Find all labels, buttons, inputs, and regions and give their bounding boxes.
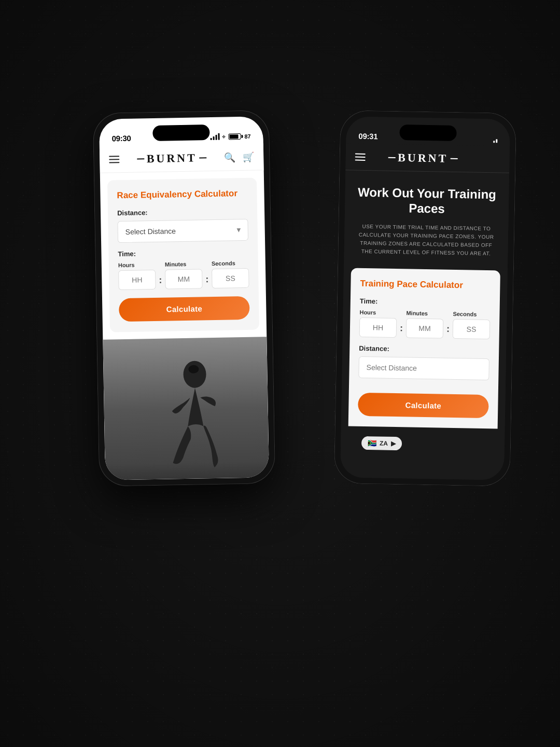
- phone-1-screen: 09:30 ⌖ 87: [99, 116, 269, 480]
- wifi-icon-1: ⌖: [222, 133, 226, 141]
- separator-2: :: [202, 265, 212, 285]
- search-icon-1[interactable]: 🔍: [224, 151, 235, 163]
- signal-bar-3: [215, 135, 217, 140]
- hero-section-2: Work Out Your Training Paces USE YOUR TI…: [344, 170, 509, 270]
- phone-2: 09:31 BURNT: [334, 110, 517, 487]
- minutes-col-2: Minutes: [406, 310, 444, 338]
- time-inputs-1: Hours : Minutes : Seconds: [118, 260, 249, 290]
- nav-icons-1: 🔍 🛒: [224, 151, 254, 163]
- signal-icon-2: [493, 136, 497, 143]
- logo-dash-right-1: [199, 157, 206, 158]
- hours-label-1: Hours: [118, 261, 156, 268]
- battery-text-1: 87: [244, 133, 250, 140]
- logo-2: BURNT: [388, 150, 457, 165]
- hours-label-2: Hours: [359, 309, 397, 315]
- distance-select-1[interactable]: Select Distance 5K 10K Half Marathon Mar…: [117, 219, 248, 243]
- distance-select-wrapper-1: Select Distance 5K 10K Half Marathon Mar…: [117, 219, 248, 243]
- minutes-col-1: Minutes: [165, 260, 203, 289]
- seconds-input-2[interactable]: [453, 319, 491, 339]
- minutes-input-2[interactable]: [406, 318, 444, 338]
- separator-4: :: [443, 314, 453, 335]
- cart-icon-1[interactable]: 🛒: [243, 151, 254, 162]
- seconds-input-1[interactable]: [212, 268, 249, 288]
- hamburger-menu-1[interactable]: [109, 156, 119, 163]
- status-time-1: 09:30: [111, 134, 131, 143]
- nav-bar-2: BURNT: [345, 143, 510, 173]
- minutes-label-1: Minutes: [165, 260, 202, 267]
- phone-1: 09:30 ⌖ 87: [93, 110, 276, 487]
- signal-bar-4: [218, 133, 219, 140]
- logo-dash-right-2: [450, 158, 457, 159]
- calculator-title-2: Training Pace Calculator: [360, 278, 491, 290]
- status-icons-1: ⌖ 87: [210, 132, 251, 141]
- phone-2-screen: 09:31 BURNT: [340, 116, 510, 480]
- country-code-2: ZA: [380, 440, 388, 447]
- separator-3: :: [397, 313, 407, 334]
- time-label-1: Time:: [118, 248, 248, 258]
- hours-col-1: Hours: [118, 261, 156, 290]
- calculator-card-2: Training Pace Calculator Time: Hours : M…: [348, 268, 500, 428]
- signal-bar-2: [213, 136, 214, 140]
- minutes-label-2: Minutes: [406, 310, 443, 316]
- time-inputs-2: Hours : Minutes : Seconds: [359, 309, 491, 339]
- country-arrow-2: ▶: [391, 440, 396, 447]
- country-badge-2: 🇿🇦 ZA ▶: [361, 436, 402, 450]
- hours-input-1[interactable]: [118, 270, 156, 290]
- hero-subtitle-2: USE YOUR TIME TRIAL TIME AND DISTANCE TO…: [354, 222, 498, 258]
- seconds-col-2: Seconds: [453, 311, 491, 339]
- calculate-button-1[interactable]: Calculate: [119, 296, 250, 322]
- signal-bar-1: [210, 138, 212, 140]
- dynamic-island-1: [152, 125, 210, 141]
- distance-input-2[interactable]: [358, 356, 489, 380]
- logo-dash-left-1: [137, 158, 145, 159]
- distance-label-2: Distance:: [359, 344, 489, 354]
- minutes-input-1[interactable]: [165, 269, 203, 289]
- hours-col-2: Hours: [359, 309, 397, 337]
- time-section-2: Hours : Minutes : Seconds: [359, 309, 491, 339]
- flag-icon-2: 🇿🇦: [368, 439, 376, 447]
- hours-input-2[interactable]: [359, 317, 397, 337]
- gradient-overlay-1: [105, 461, 269, 480]
- page-content-2: Work Out Your Training Paces USE YOUR TI…: [340, 170, 509, 480]
- logo-text-1: BURNT: [147, 151, 197, 165]
- calculator-title-1: Race Equivalency Calculator: [117, 188, 247, 201]
- distance-label-1: Distance:: [117, 207, 248, 217]
- battery-icon-1: [228, 133, 241, 140]
- battery-fill-1: [229, 134, 238, 139]
- hero-title-2: Work Out Your Training Paces: [355, 185, 499, 217]
- separator-1: :: [156, 265, 165, 285]
- calculator-card-1: Race Equivalency Calculator Distance: Se…: [107, 178, 259, 333]
- runner-image-1: 🇿🇦 ZA ▶: [103, 337, 269, 480]
- status-time-2: 09:31: [358, 132, 377, 141]
- logo-1: BURNT: [137, 151, 206, 165]
- status-icons-2: [493, 136, 497, 143]
- seconds-col-1: Seconds: [212, 260, 249, 288]
- time-section-1: Time: Hours : Minutes : Seco: [118, 248, 249, 290]
- calculate-button-2[interactable]: Calculate: [358, 392, 489, 418]
- page-content-1: Race Equivalency Calculator Distance: Se…: [100, 170, 269, 480]
- signal-icon-1: [210, 134, 219, 140]
- seconds-label-2: Seconds: [453, 311, 490, 317]
- dynamic-island-2: [399, 125, 457, 141]
- svg-point-0: [183, 361, 206, 388]
- seconds-label-1: Seconds: [212, 260, 249, 267]
- nav-bar-1: BURNT 🔍 🛒: [100, 143, 264, 173]
- hamburger-menu-2[interactable]: [355, 153, 366, 160]
- logo-text-2: BURNT: [398, 151, 448, 165]
- distance-select-wrapper-2: [358, 356, 489, 387]
- logo-dash-left-2: [388, 157, 396, 158]
- time-label-2: Time:: [360, 297, 491, 307]
